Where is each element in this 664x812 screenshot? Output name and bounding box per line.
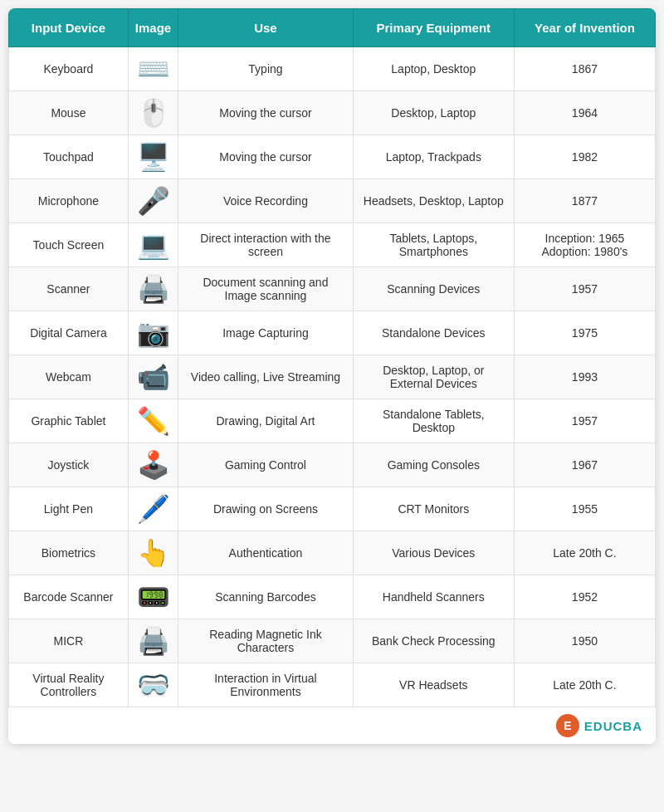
cell-device-equipment: Handheld Scanners	[353, 575, 514, 619]
cell-device-use: Reading Magnetic Ink Characters	[178, 619, 354, 663]
cell-device-use: Moving the cursor	[178, 91, 354, 135]
cell-device-name: Microphone	[9, 179, 129, 223]
cell-device-name: MICR	[9, 619, 129, 663]
col-header-image: Image	[128, 9, 178, 47]
cell-device-equipment: Desktop, Laptop	[353, 91, 514, 135]
cell-device-year: Inception: 1965 Adoption: 1980's	[514, 223, 655, 267]
cell-device-use: Typing	[178, 47, 354, 91]
cell-device-year: 1877	[514, 179, 655, 223]
cell-device-use: Drawing on Screens	[178, 487, 354, 531]
cell-device-use: Voice Recording	[178, 179, 354, 223]
cell-device-name: Digital Camera	[9, 311, 129, 355]
cell-device-use: Authentication	[178, 531, 354, 575]
cell-device-use: Gaming Control	[178, 443, 354, 487]
main-container: Input Device Image Use Primary Equipment…	[8, 8, 656, 744]
cell-device-use: Document scanning and Image scanning	[178, 267, 354, 311]
cell-device-name: Virtual Reality Controllers	[9, 663, 129, 707]
cell-device-name: Barcode Scanner	[9, 575, 129, 619]
cell-device-equipment: Tablets, Laptops, Smartphones	[353, 223, 514, 267]
cell-device-year: Late 20th C.	[514, 663, 655, 707]
cell-device-equipment: Laptop, Desktop	[353, 47, 514, 91]
table-row: Touch Screen💻Direct interaction with the…	[9, 223, 656, 267]
brand-name: EDUCBA	[584, 719, 642, 733]
cell-device-icon: 🖨️	[128, 619, 178, 663]
cell-device-name: Light Pen	[9, 487, 129, 531]
cell-device-year: 1964	[514, 91, 655, 135]
cell-device-icon: 🥽	[128, 663, 178, 707]
cell-device-name: Keyboard	[9, 47, 129, 91]
table-row: Digital Camera📷Image CapturingStandalone…	[9, 311, 656, 355]
table-header-row: Input Device Image Use Primary Equipment…	[9, 9, 656, 47]
table-row: Barcode Scanner📟Scanning BarcodesHandhel…	[9, 575, 656, 619]
cell-device-use: Interaction in Virtual Environments	[178, 663, 354, 707]
cell-device-equipment: Various Devices	[353, 531, 514, 575]
cell-device-icon: 🖨️	[128, 267, 178, 311]
cell-device-name: Mouse	[9, 91, 129, 135]
cell-device-equipment: Scanning Devices	[353, 267, 514, 311]
cell-device-equipment: CRT Monitors	[353, 487, 514, 531]
cell-device-name: Webcam	[9, 355, 129, 399]
footer: E EDUCBA	[8, 707, 656, 744]
table-row: Graphic Tablet✏️Drawing, Digital ArtStan…	[9, 399, 656, 443]
cell-device-icon: 👆	[128, 531, 178, 575]
col-header-device: Input Device	[9, 9, 129, 47]
cell-device-year: 1955	[514, 487, 655, 531]
input-devices-table: Input Device Image Use Primary Equipment…	[8, 8, 656, 707]
cell-device-year: 1950	[514, 619, 655, 663]
cell-device-name: Joystick	[9, 443, 129, 487]
table-row: Keyboard⌨️TypingLaptop, Desktop1867	[9, 47, 656, 91]
cell-device-equipment: Desktop, Laptop, or External Devices	[353, 355, 514, 399]
cell-device-icon: 🖥️	[128, 135, 178, 179]
cell-device-name: Scanner	[9, 267, 129, 311]
cell-device-equipment: Bank Check Processing	[353, 619, 514, 663]
table-row: Virtual Reality Controllers🥽Interaction …	[9, 663, 656, 707]
cell-device-equipment: Laptop, Trackpads	[353, 135, 514, 179]
cell-device-icon: ⌨️	[128, 47, 178, 91]
cell-device-icon: 🖱️	[128, 91, 178, 135]
table-row: Microphone🎤Voice RecordingHeadsets, Desk…	[9, 179, 656, 223]
cell-device-name: Touchpad	[9, 135, 129, 179]
cell-device-year: Late 20th C.	[514, 531, 655, 575]
cell-device-icon: 🖊️	[128, 487, 178, 531]
cell-device-equipment: Standalone Tablets, Desktop	[353, 399, 514, 443]
cell-device-year: 1867	[514, 47, 655, 91]
col-header-equipment: Primary Equipment	[353, 9, 514, 47]
cell-device-icon: ✏️	[128, 399, 178, 443]
cell-device-year: 1967	[514, 443, 655, 487]
cell-device-icon: 📟	[128, 575, 178, 619]
cell-device-use: Image Capturing	[178, 311, 354, 355]
col-header-year: Year of Invention	[514, 9, 655, 47]
cell-device-year: 1975	[514, 311, 655, 355]
cell-device-year: 1957	[514, 267, 655, 311]
table-row: Scanner🖨️Document scanning and Image sca…	[9, 267, 656, 311]
table-row: Biometrics👆AuthenticationVarious Devices…	[9, 531, 656, 575]
cell-device-icon: 📹	[128, 355, 178, 399]
cell-device-name: Graphic Tablet	[9, 399, 129, 443]
cell-device-equipment: Gaming Consoles	[353, 443, 514, 487]
table-row: Joystick🕹️Gaming ControlGaming Consoles1…	[9, 443, 656, 487]
cell-device-use: Video calling, Live Streaming	[178, 355, 354, 399]
cell-device-equipment: Headsets, Desktop, Laptop	[353, 179, 514, 223]
cell-device-icon: 🎤	[128, 179, 178, 223]
cell-device-use: Drawing, Digital Art	[178, 399, 354, 443]
cell-device-use: Scanning Barcodes	[178, 575, 354, 619]
cell-device-year: 1952	[514, 575, 655, 619]
table-row: Touchpad🖥️Moving the cursorLaptop, Track…	[9, 135, 656, 179]
col-header-use: Use	[178, 9, 354, 47]
cell-device-icon: 📷	[128, 311, 178, 355]
cell-device-icon: 💻	[128, 223, 178, 267]
cell-device-year: 1982	[514, 135, 655, 179]
cell-device-year: 1993	[514, 355, 655, 399]
table-row: MICR🖨️Reading Magnetic Ink CharactersBan…	[9, 619, 656, 663]
brand-logo: E	[556, 714, 579, 737]
cell-device-name: Biometrics	[9, 531, 129, 575]
table-row: Light Pen🖊️Drawing on ScreensCRT Monitor…	[9, 487, 656, 531]
table-row: Webcam📹Video calling, Live StreamingDesk…	[9, 355, 656, 399]
cell-device-use: Direct interaction with the screen	[178, 223, 354, 267]
table-row: Mouse🖱️Moving the cursorDesktop, Laptop1…	[9, 91, 656, 135]
cell-device-name: Touch Screen	[9, 223, 129, 267]
cell-device-year: 1957	[514, 399, 655, 443]
cell-device-icon: 🕹️	[128, 443, 178, 487]
cell-device-equipment: VR Headsets	[353, 663, 514, 707]
cell-device-equipment: Standalone Devices	[353, 311, 514, 355]
